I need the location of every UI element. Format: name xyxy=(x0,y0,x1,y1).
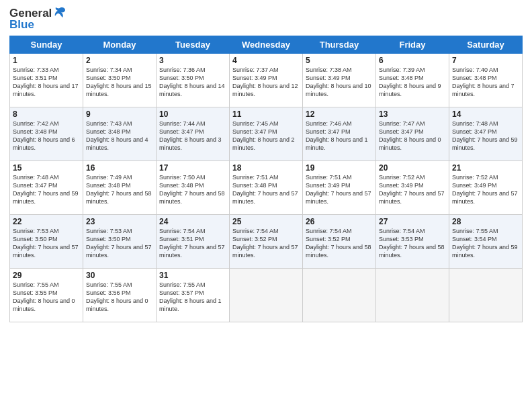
cell-info: Sunrise: 7:54 AMSunset: 3:53 PMDaylight:… xyxy=(379,227,446,260)
day-number: 30 xyxy=(86,271,153,280)
cell-info: Sunrise: 7:51 AMSunset: 3:49 PMDaylight:… xyxy=(306,173,373,206)
calendar-cell: 15Sunrise: 7:48 AMSunset: 3:47 PMDayligh… xyxy=(10,161,83,215)
day-number: 27 xyxy=(379,217,446,226)
day-number: 22 xyxy=(13,217,80,226)
calendar-cell xyxy=(303,269,376,322)
cell-info: Sunrise: 7:54 AMSunset: 3:52 PMDaylight:… xyxy=(306,227,373,260)
cell-info: Sunrise: 7:47 AMSunset: 3:47 PMDaylight:… xyxy=(379,120,446,152)
day-number: 9 xyxy=(86,109,153,119)
weekday-header-row: SundayMondayTuesdayWednesdayThursdayFrid… xyxy=(10,36,523,54)
calendar-cell: 16Sunrise: 7:49 AMSunset: 3:48 PMDayligh… xyxy=(83,161,157,215)
calendar-week-2: 8Sunrise: 7:42 AMSunset: 3:48 PMDaylight… xyxy=(10,107,523,161)
cell-info: Sunrise: 7:39 AMSunset: 3:48 PMDaylight:… xyxy=(379,66,446,99)
day-number: 20 xyxy=(379,163,446,173)
calendar-week-5: 29Sunrise: 7:55 AMSunset: 3:55 PMDayligh… xyxy=(10,269,523,322)
day-number: 7 xyxy=(452,56,519,65)
weekday-header-wednesday: Wednesday xyxy=(230,36,303,54)
cell-info: Sunrise: 7:52 AMSunset: 3:49 PMDaylight:… xyxy=(452,173,519,206)
cell-info: Sunrise: 7:53 AMSunset: 3:50 PMDaylight:… xyxy=(13,227,80,260)
day-number: 19 xyxy=(306,163,373,173)
calendar-cell: 17Sunrise: 7:50 AMSunset: 3:48 PMDayligh… xyxy=(157,161,230,215)
calendar-cell: 14Sunrise: 7:48 AMSunset: 3:47 PMDayligh… xyxy=(449,107,523,161)
day-number: 6 xyxy=(379,56,446,65)
day-number: 29 xyxy=(13,271,80,280)
calendar-cell: 22Sunrise: 7:53 AMSunset: 3:50 PMDayligh… xyxy=(10,215,83,269)
weekday-header-thursday: Thursday xyxy=(303,36,376,54)
calendar-cell: 27Sunrise: 7:54 AMSunset: 3:53 PMDayligh… xyxy=(376,215,449,269)
weekday-header-monday: Monday xyxy=(83,36,157,54)
page-container: General Blue SundayMondayTuesdayWednesda… xyxy=(0,0,532,328)
calendar-cell xyxy=(376,269,449,322)
calendar-cell: 9Sunrise: 7:43 AMSunset: 3:48 PMDaylight… xyxy=(83,107,157,161)
calendar-cell: 12Sunrise: 7:46 AMSunset: 3:47 PMDayligh… xyxy=(303,107,376,161)
day-number: 5 xyxy=(306,56,373,65)
calendar-cell xyxy=(449,269,523,322)
day-number: 24 xyxy=(159,217,226,226)
weekday-header-friday: Friday xyxy=(376,36,449,54)
calendar-cell: 24Sunrise: 7:54 AMSunset: 3:51 PMDayligh… xyxy=(157,215,230,269)
cell-info: Sunrise: 7:44 AMSunset: 3:47 PMDaylight:… xyxy=(159,120,226,152)
cell-info: Sunrise: 7:55 AMSunset: 3:55 PMDaylight:… xyxy=(13,281,80,314)
weekday-header-tuesday: Tuesday xyxy=(157,36,230,54)
day-number: 10 xyxy=(159,109,226,119)
cell-info: Sunrise: 7:43 AMSunset: 3:48 PMDaylight:… xyxy=(86,120,153,152)
calendar-cell: 5Sunrise: 7:38 AMSunset: 3:49 PMDaylight… xyxy=(303,54,376,107)
day-number: 1 xyxy=(13,56,80,65)
cell-info: Sunrise: 7:54 AMSunset: 3:51 PMDaylight:… xyxy=(159,227,226,260)
cell-info: Sunrise: 7:37 AMSunset: 3:49 PMDaylight:… xyxy=(232,66,300,99)
cell-info: Sunrise: 7:52 AMSunset: 3:49 PMDaylight:… xyxy=(379,173,446,206)
calendar-cell: 11Sunrise: 7:45 AMSunset: 3:47 PMDayligh… xyxy=(230,107,303,161)
calendar-cell: 1Sunrise: 7:33 AMSunset: 3:51 PMDaylight… xyxy=(10,54,83,107)
calendar-cell: 31Sunrise: 7:55 AMSunset: 3:57 PMDayligh… xyxy=(157,269,230,322)
cell-info: Sunrise: 7:42 AMSunset: 3:48 PMDaylight:… xyxy=(13,120,80,152)
logo-bird-icon xyxy=(53,7,66,19)
cell-info: Sunrise: 7:55 AMSunset: 3:57 PMDaylight:… xyxy=(159,281,226,314)
calendar-cell: 23Sunrise: 7:53 AMSunset: 3:50 PMDayligh… xyxy=(83,215,157,269)
calendar-cell: 3Sunrise: 7:36 AMSunset: 3:50 PMDaylight… xyxy=(157,54,230,107)
day-number: 8 xyxy=(13,109,80,119)
calendar-cell: 8Sunrise: 7:42 AMSunset: 3:48 PMDaylight… xyxy=(10,107,83,161)
logo-blue-text: Blue xyxy=(9,18,34,32)
day-number: 31 xyxy=(159,271,226,280)
cell-info: Sunrise: 7:49 AMSunset: 3:48 PMDaylight:… xyxy=(86,173,153,206)
cell-info: Sunrise: 7:46 AMSunset: 3:47 PMDaylight:… xyxy=(306,120,373,152)
calendar-week-1: 1Sunrise: 7:33 AMSunset: 3:51 PMDaylight… xyxy=(10,54,523,107)
calendar-cell: 7Sunrise: 7:40 AMSunset: 3:48 PMDaylight… xyxy=(449,54,523,107)
day-number: 12 xyxy=(306,109,373,119)
day-number: 23 xyxy=(86,217,153,226)
day-number: 11 xyxy=(232,109,300,119)
calendar-cell: 20Sunrise: 7:52 AMSunset: 3:49 PMDayligh… xyxy=(376,161,449,215)
cell-info: Sunrise: 7:45 AMSunset: 3:47 PMDaylight:… xyxy=(232,120,300,152)
day-number: 21 xyxy=(452,163,519,173)
cell-info: Sunrise: 7:55 AMSunset: 3:54 PMDaylight:… xyxy=(452,227,519,260)
calendar-cell: 13Sunrise: 7:47 AMSunset: 3:47 PMDayligh… xyxy=(376,107,449,161)
logo: General Blue xyxy=(9,7,66,32)
cell-info: Sunrise: 7:48 AMSunset: 3:47 PMDaylight:… xyxy=(452,120,519,152)
calendar-cell: 19Sunrise: 7:51 AMSunset: 3:49 PMDayligh… xyxy=(303,161,376,215)
day-number: 16 xyxy=(86,163,153,173)
calendar-cell: 2Sunrise: 7:34 AMSunset: 3:50 PMDaylight… xyxy=(83,54,157,107)
calendar-cell: 26Sunrise: 7:54 AMSunset: 3:52 PMDayligh… xyxy=(303,215,376,269)
calendar-cell: 10Sunrise: 7:44 AMSunset: 3:47 PMDayligh… xyxy=(157,107,230,161)
cell-info: Sunrise: 7:36 AMSunset: 3:50 PMDaylight:… xyxy=(159,66,226,99)
day-number: 28 xyxy=(452,217,519,226)
day-number: 2 xyxy=(86,56,153,65)
calendar-table: SundayMondayTuesdayWednesdayThursdayFrid… xyxy=(9,36,523,322)
cell-info: Sunrise: 7:48 AMSunset: 3:47 PMDaylight:… xyxy=(13,173,80,206)
day-number: 26 xyxy=(306,217,373,226)
cell-info: Sunrise: 7:34 AMSunset: 3:50 PMDaylight:… xyxy=(86,66,153,99)
day-number: 25 xyxy=(232,217,300,226)
day-number: 15 xyxy=(13,163,80,173)
weekday-header-saturday: Saturday xyxy=(449,36,523,54)
cell-info: Sunrise: 7:38 AMSunset: 3:49 PMDaylight:… xyxy=(306,66,373,99)
day-number: 13 xyxy=(379,109,446,119)
calendar-cell xyxy=(230,269,303,322)
cell-info: Sunrise: 7:33 AMSunset: 3:51 PMDaylight:… xyxy=(13,66,80,99)
day-number: 17 xyxy=(159,163,226,173)
cell-info: Sunrise: 7:55 AMSunset: 3:56 PMDaylight:… xyxy=(86,281,153,314)
cell-info: Sunrise: 7:53 AMSunset: 3:50 PMDaylight:… xyxy=(86,227,153,260)
header: General Blue xyxy=(9,7,523,32)
calendar-week-4: 22Sunrise: 7:53 AMSunset: 3:50 PMDayligh… xyxy=(10,215,523,269)
calendar-cell: 29Sunrise: 7:55 AMSunset: 3:55 PMDayligh… xyxy=(10,269,83,322)
calendar-cell: 4Sunrise: 7:37 AMSunset: 3:49 PMDaylight… xyxy=(230,54,303,107)
